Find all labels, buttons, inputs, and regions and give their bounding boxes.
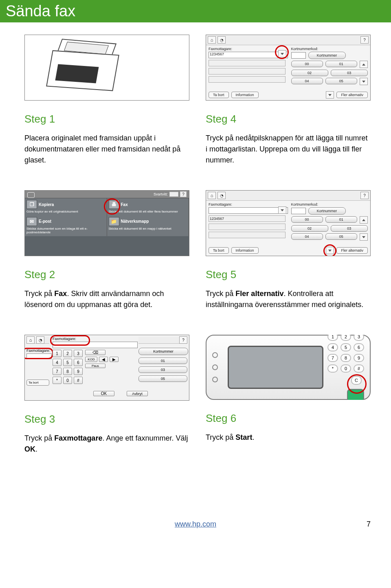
hardkey-5[interactable]: 5: [340, 343, 351, 351]
code-01[interactable]: 01: [138, 358, 187, 364]
code-04[interactable]: 04: [291, 233, 323, 240]
scroll-down-icon[interactable]: [360, 233, 368, 241]
key-5[interactable]: 5: [63, 359, 72, 366]
hardkey-star[interactable]: *: [327, 364, 338, 373]
hardkey-7[interactable]: 7: [327, 354, 338, 362]
step6-body: Tryck på Start.: [206, 432, 371, 443]
code-03[interactable]: 03: [331, 225, 368, 232]
menu-card-email[interactable]: ✉E-post Skicka dokumentet som en bilaga …: [25, 215, 107, 236]
hardkey-4[interactable]: 4: [327, 343, 338, 351]
clock-icon[interactable]: ◔: [217, 192, 226, 199]
step4-body: Tryck på nedåtpilsknappen för att lägga …: [206, 133, 371, 166]
folder-icon: 📁: [109, 217, 119, 226]
backspace-button[interactable]: ⌫: [85, 350, 105, 355]
hardkey-6[interactable]: 6: [354, 343, 364, 351]
code-05[interactable]: 05: [138, 375, 187, 382]
information-button[interactable]: Information: [231, 92, 259, 98]
paus-button[interactable]: Paus: [85, 364, 105, 368]
key-1[interactable]: 1: [53, 350, 62, 357]
home-icon[interactable]: ⌂: [208, 36, 216, 44]
step1-illustration: [24, 35, 189, 101]
key-4[interactable]: 4: [53, 359, 62, 366]
hardkey-8[interactable]: 8: [340, 354, 351, 362]
hardkey-2[interactable]: 2: [340, 335, 351, 341]
cancel-button[interactable]: Avbryt: [127, 391, 148, 396]
code-01[interactable]: 01: [325, 216, 357, 223]
hardkey-9[interactable]: 9: [354, 354, 364, 362]
status-led-icon: [212, 364, 218, 370]
kod-button[interactable]: KOD: [85, 357, 97, 362]
speeddial-button[interactable]: Kortnummer: [308, 52, 346, 59]
step4-title: Steg 4: [206, 113, 371, 125]
remove-button[interactable]: Ta bort: [26, 380, 49, 386]
code-05[interactable]: 05: [325, 233, 357, 240]
left-arrow-button[interactable]: ◀: [99, 357, 108, 362]
status-led-icon: [212, 377, 218, 382]
fax-number-field[interactable]: [209, 207, 288, 214]
remove-button[interactable]: Ta bort: [209, 247, 229, 254]
home-icon[interactable]: ⌂: [26, 336, 35, 344]
right-arrow-button[interactable]: ▶: [110, 357, 119, 362]
help-icon[interactable]: ?: [360, 36, 369, 44]
hardkey-3[interactable]: 3: [354, 335, 364, 341]
code-02[interactable]: 02: [291, 225, 328, 232]
recipient-item[interactable]: 1234567: [209, 215, 286, 222]
hardkey-hash[interactable]: #: [354, 364, 364, 373]
code-03[interactable]: 03: [331, 70, 368, 76]
hardkey-0[interactable]: 0: [340, 364, 351, 373]
remove-button[interactable]: Ta bort: [209, 92, 229, 98]
speeddial-button[interactable]: Kortnummer: [138, 348, 188, 355]
step2-illustration: Svartvitt: ? ❐Kopiera Göra kopior av ett…: [24, 190, 189, 256]
more-options-button[interactable]: Fler alternativ: [336, 92, 368, 98]
step2-body: Tryck på Fax. Skriv ditt användarnamn oc…: [24, 288, 189, 310]
code-04[interactable]: 04: [291, 78, 323, 84]
key-3[interactable]: 3: [74, 350, 83, 357]
key-8[interactable]: 8: [63, 368, 72, 375]
more-toggle-icon[interactable]: [326, 91, 334, 99]
help-icon[interactable]: ?: [179, 336, 187, 344]
key-hash[interactable]: #: [74, 377, 83, 384]
down-arrow-button[interactable]: [278, 206, 286, 214]
footer-link[interactable]: www.hp.com: [175, 520, 216, 529]
key-star[interactable]: *: [53, 377, 62, 384]
code-02[interactable]: 02: [291, 70, 328, 76]
menu-card-copy[interactable]: ❐Kopiera Göra kopior av ett originaldoku…: [25, 198, 107, 215]
menu-card-network-folder[interactable]: 📁Nätverksmapp Skicka ett dokument till e…: [107, 215, 189, 236]
ok-button[interactable]: OK: [93, 391, 114, 396]
key-9[interactable]: 9: [74, 368, 83, 375]
key-6[interactable]: 6: [74, 359, 83, 366]
step5-title: Steg 5: [206, 268, 371, 281]
code-00[interactable]: 00: [291, 216, 323, 223]
netfolder-subtitle: Skicka ett dokument till en mapp i nätve…: [109, 227, 187, 231]
clock-icon[interactable]: ◔: [217, 36, 226, 44]
information-button[interactable]: Information: [231, 247, 259, 254]
copy-icon: ❐: [26, 200, 37, 209]
scroll-down-icon[interactable]: [360, 78, 368, 85]
content: Steg 1 Placera originalet med framsidan …: [0, 22, 391, 496]
help-icon[interactable]: ?: [360, 192, 369, 199]
speeddial-code-field[interactable]: [291, 52, 306, 59]
speeddial-label: Kortnummerkod:: [291, 202, 368, 206]
home-icon[interactable]: ⌂: [208, 192, 216, 199]
hardkey-1[interactable]: 1: [327, 335, 338, 341]
bw-toggle[interactable]: [169, 192, 178, 197]
code-05[interactable]: 05: [325, 78, 357, 84]
step4-illustration: ⌂ ◔ ? Faxmottagare: 1234567: [206, 35, 371, 101]
code-01[interactable]: 01: [325, 61, 357, 67]
device-touchscreen[interactable]: [228, 346, 323, 389]
fax-recipients-label: Faxmottagare:: [209, 202, 286, 206]
key-2[interactable]: 2: [63, 350, 72, 357]
code-00[interactable]: 00: [291, 61, 323, 67]
clock-icon[interactable]: ◔: [36, 336, 44, 344]
step6-title: Steg 6: [206, 412, 371, 425]
help-icon[interactable]: ?: [180, 191, 187, 197]
more-options-button[interactable]: Fler alternativ: [336, 247, 368, 254]
scroll-up-icon[interactable]: [360, 216, 368, 224]
code-03[interactable]: 03: [138, 366, 187, 373]
speeddial-code-field[interactable]: [291, 208, 306, 214]
key-7[interactable]: 7: [53, 368, 62, 375]
scroll-up-icon[interactable]: [360, 61, 368, 68]
menu-card-fax[interactable]: 🖶Fax Skicka ett dokument till ett eller …: [107, 198, 189, 215]
speeddial-button[interactable]: Kortnummer: [308, 207, 346, 215]
key-0[interactable]: 0: [63, 377, 72, 384]
